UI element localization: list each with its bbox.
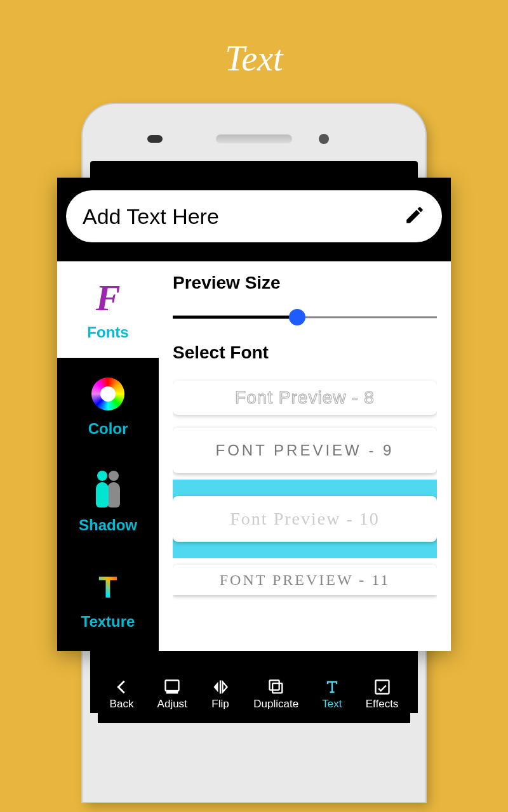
toolbar-flip[interactable]: Flip [211,678,230,710]
font-panel: Preview Size Select Font Font Preview - … [159,261,451,651]
svg-rect-0 [166,681,179,691]
preview-size-label: Preview Size [173,273,437,293]
font-list[interactable]: Font Preview - 8 FONT PREVIEW - 9 Font P… [173,374,437,651]
phone-sensor [147,135,163,143]
toolbar-label: Back [110,698,134,710]
toolbar-effects[interactable]: Effects [366,678,399,710]
sidebar-item-label: Shadow [79,516,137,534]
pencil-icon[interactable] [404,204,425,228]
texture-icon: T [88,567,128,606]
property-sidebar: F Fonts Color Shadow T Texture [57,261,159,651]
editor-body: F Fonts Color Shadow T Texture Preview S… [57,261,451,651]
flip-icon [211,678,230,697]
text-input-placeholder: Add Text Here [83,204,404,229]
preview-size-slider[interactable] [173,304,437,330]
sidebar-item-fonts[interactable]: F Fonts [57,261,159,358]
font-preview-label: Font Preview - 8 [173,381,437,415]
sidebar-item-label: Fonts [87,324,128,341]
toolbar-text[interactable]: Text [322,678,342,710]
toolbar-back[interactable]: Back [110,678,134,710]
text-input-area: Add Text Here [57,178,451,261]
adjust-icon [163,678,182,697]
phone-speaker [216,134,292,143]
sidebar-item-label: Color [88,420,128,438]
text-editor-panel: Add Text Here F Fonts Color Shadow [57,178,451,651]
font-preview-label: FONT PREVIEW - 9 [173,428,437,473]
font-option[interactable]: FONT PREVIEW - 11 [173,558,437,595]
font-option-selected[interactable]: Font Preview - 10 [173,480,437,558]
page-title: Text [0,0,508,104]
toolbar-label: Effects [366,698,399,710]
svg-rect-1 [166,691,178,694]
toolbar-label: Flip [211,698,229,710]
phone-top [90,117,418,161]
toolbar-label: Text [322,698,342,710]
svg-rect-3 [269,681,279,690]
slider-fill [173,316,297,319]
text-input[interactable]: Add Text Here [66,190,442,242]
phone-chin [90,713,418,802]
text-icon [323,678,342,697]
bottom-toolbar: Back Adjust Flip Duplicate Text Effects [98,665,410,723]
font-preview-label: Font Preview - 10 [173,496,437,542]
toolbar-adjust[interactable]: Adjust [157,678,187,710]
font-option[interactable]: FONT PREVIEW - 9 [173,421,437,480]
sidebar-item-shadow[interactable]: Shadow [57,454,159,551]
toolbar-label: Adjust [157,698,187,710]
font-preview-label: FONT PREVIEW - 11 [173,565,437,595]
shadow-icon [88,471,128,510]
fonts-icon: F [88,278,128,317]
color-wheel-icon [88,374,128,414]
sidebar-item-texture[interactable]: T Texture [57,551,159,647]
slider-thumb[interactable] [289,309,305,325]
toolbar-duplicate[interactable]: Duplicate [253,678,298,710]
effects-icon [373,678,392,697]
toolbar-label: Duplicate [253,698,298,710]
phone-camera [319,134,329,144]
select-font-label: Select Font [173,343,437,363]
sidebar-item-label: Texture [81,613,135,631]
svg-rect-4 [375,681,389,694]
sidebar-item-color[interactable]: Color [57,358,159,454]
duplicate-icon [267,678,286,697]
svg-rect-2 [272,683,282,693]
font-option[interactable]: Font Preview - 8 [173,374,437,421]
back-arrow-icon [112,678,131,697]
